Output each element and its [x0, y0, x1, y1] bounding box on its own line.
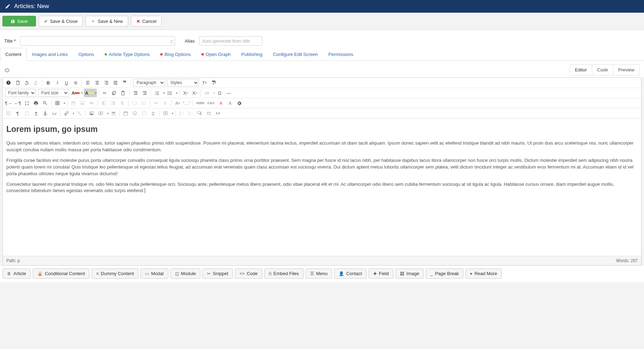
col-before-icon[interactable]: [100, 99, 108, 107]
cancel-button[interactable]: ✖ Cancel: [131, 16, 162, 26]
cut-icon[interactable]: ✂: [101, 89, 109, 97]
font-red-icon[interactable]: A: [217, 99, 225, 107]
power-icon[interactable]: [4, 67, 10, 73]
nonbreaking-icon[interactable]: [50, 109, 58, 118]
row-after-icon[interactable]: [78, 99, 87, 107]
code-block-icon[interactable]: [214, 109, 222, 118]
highlight-color-button[interactable]: A▾: [84, 89, 96, 97]
embed-files-button[interactable]: ⎘Embed Files: [264, 268, 304, 279]
special-char-icon[interactable]: Ω: [215, 89, 224, 97]
paragraph-select[interactable]: Paragraph: [133, 79, 165, 87]
upload-icon[interactable]: [32, 109, 40, 118]
rtl-icon[interactable]: ←¶: [13, 99, 22, 107]
menu-button[interactable]: ☰Menu: [306, 268, 332, 279]
tab-options[interactable]: Options: [73, 48, 99, 61]
search-icon[interactable]: [41, 99, 49, 107]
font-family-select[interactable]: Font family: [5, 89, 36, 97]
contact-button[interactable]: 👤Contact: [334, 268, 367, 279]
acronym-button[interactable]: A.B.C: [206, 99, 216, 107]
font-serif-icon[interactable]: A: [226, 99, 234, 107]
row-before-icon[interactable]: [69, 99, 77, 107]
ordered-list-button[interactable]: 123▾: [153, 89, 165, 97]
undo-icon[interactable]: [23, 78, 31, 87]
field-button[interactable]: ✚Field: [369, 268, 393, 279]
align-right-icon[interactable]: [102, 78, 111, 87]
path-value[interactable]: p: [17, 258, 20, 263]
blockquote-icon[interactable]: ❝: [120, 78, 129, 87]
paste-icon[interactable]: [119, 89, 127, 97]
bold-icon[interactable]: B: [44, 78, 52, 87]
tab-open-graph[interactable]: Open Graph: [196, 48, 236, 61]
tab-content[interactable]: Content: [0, 48, 27, 61]
image-button[interactable]: 🖼Image: [395, 268, 424, 279]
iframe-icon[interactable]: [140, 109, 148, 118]
page-break-button[interactable]: ⎯Page Break: [426, 268, 463, 279]
font-style-icon[interactable]: AA: [173, 99, 182, 107]
tab-blog-options[interactable]: Blog Options: [155, 48, 196, 61]
underline-icon[interactable]: U: [62, 78, 71, 87]
copy-icon[interactable]: [110, 89, 118, 97]
row-delete-icon[interactable]: [87, 99, 96, 107]
select-all-icon[interactable]: [23, 109, 31, 118]
tab-configure-edit[interactable]: Configure Edit Screen: [268, 48, 323, 61]
editor-content-area[interactable]: Lorem ipsum, go ipsum Quis semper ultric…: [3, 119, 641, 256]
print-icon[interactable]: [32, 99, 40, 107]
indent-icon[interactable]: [140, 89, 149, 97]
emoji-icon[interactable]: [131, 109, 139, 118]
save-button[interactable]: Save: [2, 16, 36, 26]
abbr-button[interactable]: ABBR: [195, 99, 205, 107]
conditional-content-button[interactable]: 🔒Conditional Content: [33, 268, 89, 279]
save-new-button[interactable]: ＋ Save & New: [86, 16, 128, 26]
table-button[interactable]: ▾: [53, 99, 65, 107]
align-left-icon[interactable]: [84, 78, 92, 87]
format-paint-icon[interactable]: [210, 78, 218, 87]
snippet-button[interactable]: ✂Snippet: [202, 268, 233, 279]
help-icon[interactable]: ?: [4, 78, 13, 87]
date-icon[interactable]: [121, 109, 130, 118]
layer-icon[interactable]: [149, 109, 157, 118]
widget-icon[interactable]: [205, 109, 213, 118]
tab-images-links[interactable]: Images and Links: [27, 48, 73, 61]
read-more-button[interactable]: ▾Read More: [465, 268, 501, 279]
settings-icon[interactable]: [235, 99, 243, 107]
superscript-icon[interactable]: X2: [190, 89, 199, 97]
split-cells-icon[interactable]: [139, 99, 148, 107]
strikethrough-icon[interactable]: S: [71, 78, 80, 87]
redo-icon[interactable]: [32, 78, 40, 87]
view-tab-code[interactable]: Code: [592, 65, 613, 75]
alias-input[interactable]: [199, 36, 262, 46]
view-tab-editor[interactable]: Editor: [570, 65, 592, 75]
add-col-icon[interactable]: +: [177, 109, 186, 118]
ltr-icon[interactable]: ¶→: [4, 99, 13, 107]
image-icon[interactable]: [87, 109, 96, 118]
modal-button[interactable]: ▭Modal: [140, 268, 168, 279]
italic-icon[interactable]: I: [53, 78, 62, 87]
col-props-icon[interactable]: [161, 99, 169, 107]
link-button[interactable]: ▾: [62, 109, 74, 118]
align-center-icon[interactable]: [93, 78, 101, 87]
quotes-icon[interactable]: “…”: [182, 99, 191, 107]
col-after-icon[interactable]: [109, 99, 117, 107]
tab-article-type[interactable]: Article Type Options: [99, 48, 155, 61]
unlink-icon[interactable]: [75, 109, 83, 118]
new-doc-icon[interactable]: [13, 78, 22, 87]
dummy-content-button[interactable]: ≡Dummy Content: [92, 268, 138, 279]
outdent-icon[interactable]: [131, 89, 140, 97]
merge-cells-icon[interactable]: [130, 99, 139, 107]
unordered-list-button[interactable]: ▾: [165, 89, 177, 97]
code-button[interactable]: <>Code: [235, 268, 262, 279]
module-button[interactable]: ◫Module: [170, 268, 201, 279]
subscript-icon[interactable]: X2: [181, 89, 190, 97]
styles-select[interactable]: Styles: [167, 79, 199, 87]
responsive-icon[interactable]: [195, 109, 204, 118]
anchor-icon[interactable]: [41, 109, 49, 118]
col-delete-icon[interactable]: [118, 99, 126, 107]
row-props-icon[interactable]: [152, 99, 160, 107]
text-color-button[interactable]: A▾: [70, 89, 83, 97]
grid-icon[interactable]: [4, 109, 13, 118]
media-button[interactable]: ▾: [96, 109, 108, 118]
columns-button[interactable]: ▾: [161, 109, 173, 118]
hr-icon[interactable]: —: [225, 89, 233, 97]
font-size-select[interactable]: Font size: [38, 89, 69, 97]
save-close-button[interactable]: ✔ Save & Close: [39, 16, 83, 26]
